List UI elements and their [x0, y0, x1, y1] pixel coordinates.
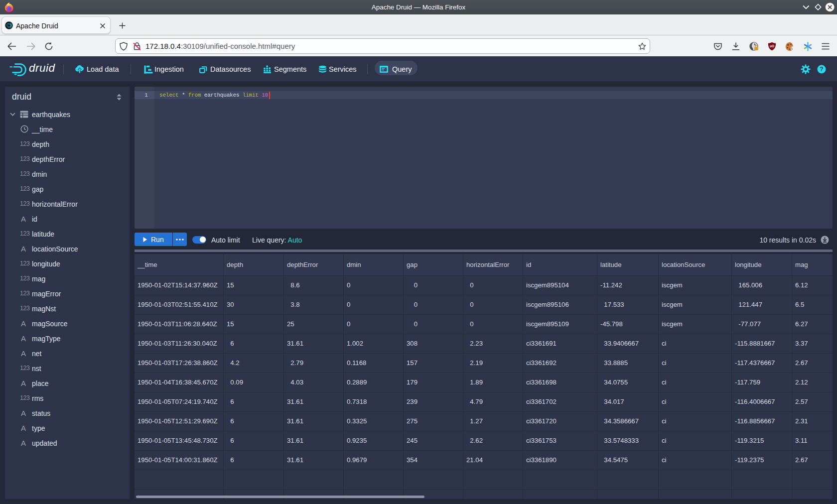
- svg-text:uO: uO: [770, 44, 774, 48]
- svg-text:?: ?: [820, 66, 823, 73]
